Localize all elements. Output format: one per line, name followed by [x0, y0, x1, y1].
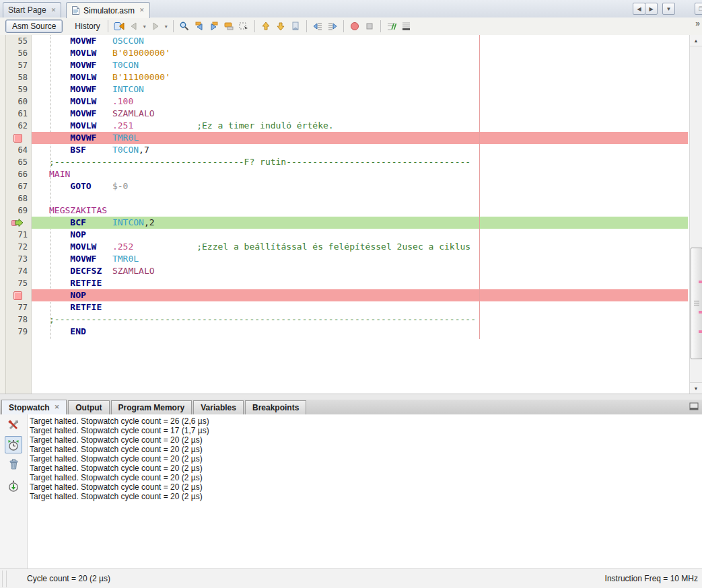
code-line-75[interactable]: RETFIE — [32, 277, 688, 289]
bottom-tab-variables[interactable]: Variables — [193, 400, 244, 414]
code-line-78[interactable]: ;---------------------------------------… — [32, 314, 688, 326]
code-line-58[interactable]: MOVLW B'11100000' — [32, 71, 688, 83]
gutter-line-number[interactable]: 55 — [7, 35, 28, 47]
code-line-67[interactable]: GOTO $-0 — [32, 180, 688, 192]
asm-source-button[interactable]: Asm Source — [5, 20, 63, 33]
error-stripe-mark[interactable] — [699, 330, 702, 333]
tab-simulator-asm[interactable]: Simulator.asm ✕ — [66, 2, 150, 18]
code-editor[interactable]: 5556575859606162646566676869717273747577… — [0, 35, 702, 394]
editor-gutter[interactable]: 5556575859606162646566676869717273747577… — [6, 35, 32, 394]
code-line-66[interactable]: MAIN — [32, 168, 688, 180]
gutter-line-number[interactable]: 67 — [7, 180, 28, 192]
toolbar-overflow-icon[interactable]: » — [695, 19, 700, 28]
gutter-line-number[interactable]: 72 — [7, 241, 28, 253]
bottom-tab-program-memory[interactable]: Program Memory — [111, 400, 192, 414]
gutter-line-number[interactable]: 79 — [7, 326, 28, 338]
code-line-77[interactable]: RETFIE — [32, 301, 688, 314]
previous-bookmark-button[interactable] — [258, 19, 273, 34]
code-line-73[interactable]: MOVWF TMR0L — [32, 253, 688, 265]
bottom-tab-output[interactable]: Output — [68, 400, 109, 414]
gutter-line-number[interactable]: 61 — [7, 108, 28, 120]
gutter-line-number[interactable]: 78 — [7, 314, 28, 326]
gutter-line-number[interactable]: 75 — [7, 277, 28, 289]
gutter-line-number[interactable]: 71 — [7, 229, 28, 241]
toggle-bookmark-button[interactable] — [288, 19, 303, 34]
code-line-57[interactable]: MOVWF T0CON — [32, 59, 688, 71]
history-button[interactable]: History — [71, 20, 104, 32]
stopwatch-button[interactable] — [5, 436, 22, 453]
jump-last-edit-button[interactable] — [112, 19, 127, 34]
gutter-line-number[interactable]: 58 — [7, 71, 28, 83]
shift-line-left-button[interactable] — [310, 19, 325, 34]
close-icon[interactable]: ✕ — [138, 7, 145, 13]
back-dropdown-button[interactable]: ▼ — [141, 19, 148, 34]
code-line-74[interactable]: DECFSZ SZAMLALO — [32, 265, 688, 277]
breakpoint-marker[interactable] — [7, 289, 28, 301]
error-stripe-mark[interactable] — [699, 281, 702, 283]
gutter-line-number[interactable]: 64 — [7, 144, 28, 156]
code-line-59[interactable]: MOVWF INTCON — [32, 83, 688, 96]
gutter-line-number[interactable]: 56 — [7, 47, 28, 59]
bottom-tab-stopwatch[interactable]: Stopwatch✕ — [1, 400, 67, 414]
close-icon[interactable]: ✕ — [53, 404, 60, 410]
shift-line-right-button[interactable] — [325, 19, 340, 34]
code-line-71[interactable]: NOP — [32, 229, 688, 241]
gutter-line-number[interactable]: 62 — [7, 120, 28, 132]
next-bookmark-button[interactable] — [273, 19, 288, 34]
gutter-line-number[interactable]: 68 — [7, 192, 28, 205]
tab-scroll-right-button[interactable]: ▶ — [645, 3, 658, 15]
stop-macro-button[interactable] — [362, 19, 377, 34]
reset-stopwatch-button[interactable] — [5, 478, 22, 494]
gutter-line-number[interactable]: 60 — [7, 96, 28, 108]
code-line-69[interactable]: MEGSZAKITAS — [32, 205, 688, 217]
error-stripe-mark[interactable] — [699, 311, 702, 314]
breakpoint-marker[interactable] — [7, 132, 28, 144]
highlight-search-button[interactable] — [221, 19, 236, 34]
code-line-76[interactable]: NOP — [32, 289, 688, 301]
find-previous-button[interactable] — [192, 19, 207, 34]
bottom-tab-breakpoints[interactable]: Breakpoints — [245, 400, 306, 414]
editor-vertical-scrollbar[interactable]: ▲ ▼ — [689, 35, 702, 394]
code-line-62[interactable]: MOVLW .251 ;Ez a timer induló értéke. — [32, 120, 688, 132]
minimize-window-group-button[interactable] — [689, 401, 699, 414]
code-line-79[interactable]: END — [32, 326, 688, 338]
code-line-65[interactable]: ;------------------------------------F? … — [32, 156, 688, 168]
uncomment-button[interactable] — [399, 19, 414, 34]
code-line-64[interactable]: BSF T0CON,7 — [32, 144, 688, 156]
tab-start-page[interactable]: Start Page ✕ — [3, 2, 61, 17]
code-line-72[interactable]: MOVLW .252 ;Ezzel a beállítással és felé… — [32, 241, 688, 253]
forward-button[interactable] — [148, 19, 163, 34]
gutter-line-number[interactable]: 65 — [7, 156, 28, 168]
tab-list-dropdown-button[interactable]: ▼ — [662, 3, 675, 15]
record-macro-button[interactable] — [347, 19, 362, 34]
code-line-56[interactable]: MOVLW B'01000000' — [32, 47, 688, 59]
comment-button[interactable] — [384, 19, 399, 34]
gutter-line-number[interactable]: 69 — [7, 205, 28, 217]
scrollbar-thumb[interactable] — [691, 248, 702, 359]
code-line-61[interactable]: MOVWF SZAMLALO — [32, 108, 688, 120]
code-line-68[interactable] — [32, 192, 688, 205]
maximize-button[interactable]: ❐ — [695, 3, 702, 15]
gutter-line-number[interactable]: 59 — [7, 83, 28, 96]
scrollbar-up-button[interactable]: ▲ — [690, 35, 702, 46]
gutter-line-number[interactable]: 73 — [7, 253, 28, 265]
clear-history-button[interactable] — [5, 456, 22, 472]
scrollbar-down-button[interactable]: ▼ — [690, 382, 702, 394]
find-next-button[interactable] — [207, 19, 221, 34]
program-counter-marker[interactable] — [7, 217, 28, 229]
code-line-63[interactable]: MOVWF TMR0L — [32, 132, 688, 144]
back-button[interactable] — [127, 19, 141, 34]
properties-button[interactable] — [5, 417, 22, 433]
forward-dropdown-button[interactable]: ▼ — [163, 19, 170, 34]
code-line-55[interactable]: MOVWF OSCCON — [32, 35, 688, 47]
code-line-70[interactable]: BCF INTCON,2 — [32, 217, 688, 229]
find-selection-button[interactable] — [177, 19, 192, 34]
close-icon[interactable]: ✕ — [50, 7, 57, 13]
gutter-line-number[interactable]: 66 — [7, 168, 28, 180]
code-line-60[interactable]: MOVLW .100 — [32, 96, 688, 108]
tab-scroll-left-button[interactable]: ◀ — [633, 3, 645, 15]
rectangular-selection-button[interactable] — [236, 19, 251, 34]
gutter-line-number[interactable]: 77 — [7, 301, 28, 314]
gutter-line-number[interactable]: 74 — [7, 265, 28, 277]
gutter-line-number[interactable]: 57 — [7, 59, 28, 71]
